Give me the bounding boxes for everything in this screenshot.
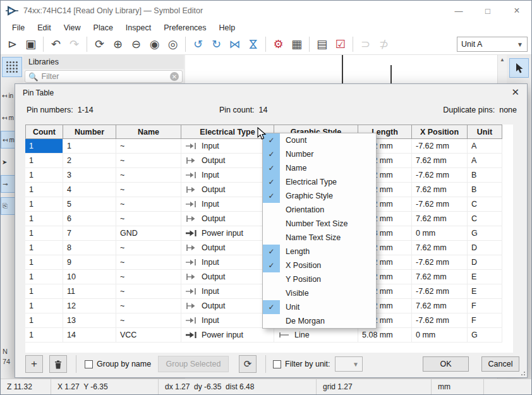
cell-x-position[interactable]: -7.62 mm xyxy=(412,168,468,183)
cell-count[interactable]: 1 xyxy=(25,212,63,226)
mirror-horizontal-icon[interactable]: ⋈ xyxy=(226,36,243,53)
scroll-up-icon[interactable]: ▲ xyxy=(498,55,507,64)
cell-unit[interactable]: F xyxy=(468,299,502,313)
zoom-in-icon[interactable]: ⊕ xyxy=(109,36,126,53)
zoom-fit-icon[interactable]: ◉ xyxy=(146,36,163,53)
dock-tool-icon-5[interactable]: ⎘ xyxy=(1,197,15,215)
cell-count[interactable]: 1 xyxy=(25,139,63,154)
menu-view[interactable]: View xyxy=(57,23,87,32)
cell-x-position[interactable]: -7.62 mm xyxy=(412,255,468,270)
dock-tool-icon-3[interactable]: ➤ xyxy=(1,153,15,171)
cell-name[interactable]: ~ xyxy=(116,313,181,328)
rotate-ccw-icon[interactable]: ↺ xyxy=(190,36,207,53)
cell-unit[interactable]: D xyxy=(468,255,502,270)
cell-electrical-type[interactable]: Output xyxy=(181,299,274,313)
cell-number[interactable]: 3 xyxy=(63,168,116,183)
menu-item-y-position[interactable]: Y Position xyxy=(263,272,376,286)
group-by-name-checkbox[interactable]: Group by name xyxy=(85,355,151,373)
column-header-unit[interactable]: Unit xyxy=(468,125,502,139)
menu-edit[interactable]: Edit xyxy=(31,23,57,32)
menu-item-orientation[interactable]: Orientation xyxy=(263,203,376,217)
cell-x-position[interactable]: 7.62 mm xyxy=(412,212,468,226)
ok-button[interactable]: OK xyxy=(423,356,469,372)
cell-count[interactable]: 1 xyxy=(25,313,63,328)
cell-unit[interactable]: C xyxy=(468,197,502,212)
cell-electrical-type[interactable]: Output xyxy=(181,154,274,168)
cell-name[interactable]: ~ xyxy=(116,168,181,183)
cell-name[interactable]: ~ xyxy=(116,255,181,270)
cell-number[interactable]: 5 xyxy=(63,197,116,212)
cell-name[interactable]: VCC xyxy=(116,328,181,343)
dialog-close-icon[interactable]: ✕ xyxy=(511,87,519,98)
cell-x-position[interactable]: 0 mm xyxy=(412,226,468,241)
cell-name[interactable]: ~ xyxy=(116,197,181,212)
menu-item-number[interactable]: ✓Number xyxy=(263,147,376,161)
cell-x-position[interactable]: 7.62 mm xyxy=(412,241,468,255)
cell-x-position[interactable]: -7.62 mm xyxy=(412,139,468,154)
zoom-selection-icon[interactable]: ◎ xyxy=(164,36,181,53)
menu-item-de-morgan[interactable]: De Morgan xyxy=(263,314,376,328)
dock-tool-m[interactable]: ↤m xyxy=(1,109,15,126)
cell-electrical-type[interactable]: Input xyxy=(181,284,274,299)
cell-count[interactable]: 1 xyxy=(25,197,63,212)
cell-unit[interactable]: C xyxy=(468,212,502,226)
cell-count[interactable]: 1 xyxy=(25,183,63,197)
cell-number[interactable]: 14 xyxy=(63,328,116,343)
menu-file[interactable]: File xyxy=(6,23,31,32)
cell-name[interactable]: ~ xyxy=(116,154,181,168)
menu-place[interactable]: Place xyxy=(87,23,119,32)
cell-unit[interactable]: D xyxy=(468,241,502,255)
minimize-button[interactable]: — xyxy=(444,1,473,21)
menu-preferences[interactable]: Preferences xyxy=(157,23,212,32)
mirror-vertical-icon[interactable]: ⋈ xyxy=(245,36,262,53)
menu-item-electrical-type[interactable]: ✓Electrical Type xyxy=(263,175,376,189)
cell-electrical-type[interactable]: Output xyxy=(181,212,274,226)
new-symbol-icon[interactable]: ⊳ xyxy=(4,36,21,53)
cell-count[interactable]: 1 xyxy=(25,241,63,255)
cell-name[interactable]: ~ xyxy=(116,241,181,255)
cell-name[interactable]: ~ xyxy=(116,212,181,226)
menu-inspect[interactable]: Inspect xyxy=(119,23,157,32)
delete-pin-button[interactable] xyxy=(49,355,67,373)
cell-x-position[interactable]: 0 mm xyxy=(412,328,468,343)
menu-item-count[interactable]: ✓Count xyxy=(263,133,376,147)
column-header-number[interactable]: Number xyxy=(63,125,116,139)
cell-count[interactable]: 1 xyxy=(25,226,63,241)
cell-count[interactable]: 1 xyxy=(25,284,63,299)
cell-name[interactable]: ~ xyxy=(116,183,181,197)
pin-table-icon[interactable]: ▦ xyxy=(288,36,305,53)
cell-unit[interactable]: F xyxy=(468,313,502,328)
cell-unit[interactable]: B xyxy=(468,183,502,197)
cell-electrical-type[interactable]: Input xyxy=(181,313,274,328)
cell-length[interactable]: 5.08 mm xyxy=(358,328,412,343)
menu-item-visible[interactable]: Visible xyxy=(263,286,376,300)
menu-item-x-position[interactable]: ✓X Position xyxy=(263,258,376,272)
menu-item-name-text-size[interactable]: Name Text Size xyxy=(263,231,376,245)
library-tree-toggle-button[interactable] xyxy=(2,57,22,77)
cell-number[interactable]: 2 xyxy=(63,154,116,168)
cell-x-position[interactable]: -7.62 mm xyxy=(412,197,468,212)
cell-name[interactable]: ~ xyxy=(116,139,181,154)
cell-number[interactable]: 10 xyxy=(63,270,116,284)
column-header-count[interactable]: Count xyxy=(25,125,63,139)
cell-x-position[interactable]: -7.62 mm xyxy=(412,284,468,299)
column-header-x-position[interactable]: X Position xyxy=(412,125,468,139)
erc-check-icon[interactable]: ☑ xyxy=(332,36,349,53)
cell-number[interactable]: 12 xyxy=(63,299,116,313)
cell-name[interactable]: ~ xyxy=(116,284,181,299)
refresh-view-icon[interactable]: ⟳ xyxy=(91,36,108,53)
cell-x-position[interactable]: 7.62 mm xyxy=(412,183,468,197)
cell-unit[interactable]: A xyxy=(468,139,502,154)
cell-electrical-type[interactable]: Power input xyxy=(181,226,274,241)
cell-number[interactable]: 9 xyxy=(63,255,116,270)
menu-item-length[interactable]: ✓Length xyxy=(263,245,376,258)
cell-number[interactable]: 13 xyxy=(63,313,116,328)
cell-number[interactable]: 8 xyxy=(63,241,116,255)
unit-filter-dropdown[interactable]: ▼ xyxy=(335,356,363,372)
cell-name[interactable]: ~ xyxy=(116,299,181,313)
cell-count[interactable]: 1 xyxy=(25,270,63,284)
cell-electrical-type[interactable]: Input xyxy=(181,168,274,183)
redo-icon[interactable]: ↷ xyxy=(66,36,83,53)
cell-number[interactable]: 7 xyxy=(63,226,116,241)
cell-unit[interactable]: E xyxy=(468,284,502,299)
